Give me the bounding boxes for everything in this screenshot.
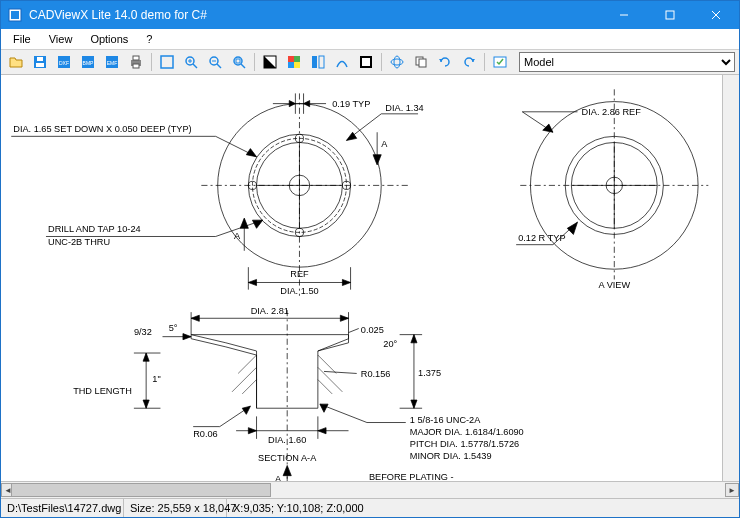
svg-line-109	[349, 328, 359, 332]
window-title: CADViewX Lite 14.0 demo for C#	[29, 8, 601, 22]
print-icon[interactable]	[125, 51, 147, 73]
label-1375: 1.375	[418, 368, 441, 378]
svg-marker-42	[439, 59, 443, 62]
label-unc2b: UNC-2B THRU	[48, 237, 110, 247]
black-white-mode-icon[interactable]	[259, 51, 281, 73]
svg-marker-114	[411, 335, 417, 343]
svg-line-99	[318, 367, 343, 392]
label-drilltap: DRILL AND TAP 10-24	[48, 224, 141, 234]
save-bmp-icon[interactable]: BMP	[77, 51, 99, 73]
label-1in: 1"	[152, 374, 160, 384]
zoom-out-icon[interactable]	[204, 51, 226, 73]
svg-rect-31	[294, 56, 300, 62]
label-aview: A VIEW	[598, 280, 630, 290]
svg-marker-73	[246, 149, 256, 157]
svg-rect-16	[133, 56, 139, 60]
label-932: 9/32	[134, 327, 152, 337]
color-mode-icon[interactable]	[283, 51, 305, 73]
label-r0156: R0.156	[361, 369, 391, 379]
svg-line-20	[193, 64, 197, 68]
zoom-in-icon[interactable]	[180, 51, 202, 73]
invert-icon[interactable]	[355, 51, 377, 73]
svg-marker-120	[143, 400, 149, 408]
svg-marker-94	[567, 222, 577, 234]
vertical-scrollbar[interactable]	[722, 75, 739, 481]
svg-rect-28	[236, 59, 240, 63]
svg-marker-119	[143, 353, 149, 361]
close-button[interactable]	[693, 1, 739, 29]
svg-line-100	[318, 380, 332, 394]
svg-rect-1	[11, 11, 19, 19]
copy-icon[interactable]	[410, 51, 432, 73]
status-size: Size: 25,559 x 18,047	[124, 499, 227, 517]
save-emf-icon[interactable]: EMF	[101, 51, 123, 73]
svg-rect-18	[161, 56, 173, 68]
svg-line-96	[232, 367, 257, 392]
menu-help[interactable]: ?	[138, 31, 160, 47]
rotate-ccw-icon[interactable]	[458, 51, 480, 73]
label-ref: REF	[290, 269, 309, 279]
svg-text:DXF: DXF	[59, 60, 69, 66]
status-filepath: D:\TestFiles\14727.dwg	[1, 499, 124, 517]
register-icon[interactable]	[489, 51, 511, 73]
label-thread2: MAJOR DIA. 1.6184/1.6090	[410, 427, 524, 437]
svg-marker-123	[242, 406, 250, 414]
scroll-right-button[interactable]: ►	[725, 483, 739, 497]
svg-marker-76	[252, 220, 262, 228]
section-mark-a1: A	[381, 139, 388, 149]
label-dia150: DIA. 1.50	[280, 286, 318, 296]
svg-point-26	[234, 57, 242, 65]
toolbar: DXFBMPEMFModel	[1, 50, 739, 75]
svg-rect-7	[36, 63, 44, 67]
label-thread4: MINOR DIA. 1.5439	[410, 451, 492, 461]
fullscreen-icon[interactable]	[156, 51, 178, 73]
label-012r: 0.12 R TYP	[518, 233, 565, 243]
svg-rect-33	[294, 62, 300, 68]
maximize-button[interactable]	[647, 1, 693, 29]
menu-view[interactable]: View	[41, 31, 81, 47]
save-dxf-icon[interactable]: DXF	[53, 51, 75, 73]
svg-marker-80	[240, 218, 248, 228]
svg-rect-37	[362, 58, 370, 66]
label-dia165: DIA. 1.65 SET DOWN X 0.050 DEEP (TYP)	[13, 124, 191, 134]
menu-options[interactable]: Options	[82, 31, 136, 47]
drawing-canvas[interactable]: REF DIA. 1.50 0.19 TYP DIA. 1.34 DIA. 1.…	[1, 75, 739, 481]
save-icon[interactable]	[29, 51, 51, 73]
status-coords: X:9,035; Y:10,108; Z:0,000	[227, 499, 739, 517]
zoom-fit-icon[interactable]	[228, 51, 250, 73]
svg-marker-115	[411, 400, 417, 408]
label-0025: 0.025	[361, 325, 384, 335]
svg-line-24	[217, 64, 221, 68]
svg-line-27	[241, 64, 245, 68]
label-5deg: 5°	[169, 323, 178, 333]
svg-point-39	[394, 56, 400, 68]
svg-marker-133	[320, 404, 328, 412]
label-dia134: DIA. 1.34	[385, 103, 423, 113]
label-sectionaa: SECTION A-A	[258, 453, 317, 463]
svg-point-38	[391, 59, 403, 65]
svg-rect-3	[666, 11, 674, 19]
label-thread3: PITCH DIA. 1.5778/1.5726	[410, 439, 519, 449]
label-20deg: 20°	[383, 339, 397, 349]
svg-marker-78	[373, 155, 381, 165]
label-r006: R0.06	[193, 429, 218, 439]
svg-marker-106	[340, 315, 348, 321]
rotate-cw-icon[interactable]	[434, 51, 456, 73]
app-icon	[7, 7, 23, 23]
toggle-view-icon[interactable]	[307, 51, 329, 73]
3d-orbit-icon[interactable]	[386, 51, 408, 73]
menu-file[interactable]: File	[5, 31, 39, 47]
svg-rect-8	[37, 57, 43, 61]
svg-marker-108	[183, 334, 191, 340]
label-thdlen: THD LENGTH	[73, 386, 132, 396]
svg-line-97	[242, 380, 256, 394]
scroll-thumb[interactable]	[11, 483, 271, 497]
open-icon[interactable]	[5, 51, 27, 73]
arc-smooth-icon[interactable]	[331, 51, 353, 73]
svg-marker-62	[342, 279, 350, 285]
minimize-button[interactable]	[601, 1, 647, 29]
svg-marker-66	[289, 101, 295, 107]
horizontal-scrollbar[interactable]: ◄ ►	[1, 481, 739, 498]
view-select[interactable]: Model	[519, 52, 735, 72]
svg-rect-41	[419, 59, 426, 67]
